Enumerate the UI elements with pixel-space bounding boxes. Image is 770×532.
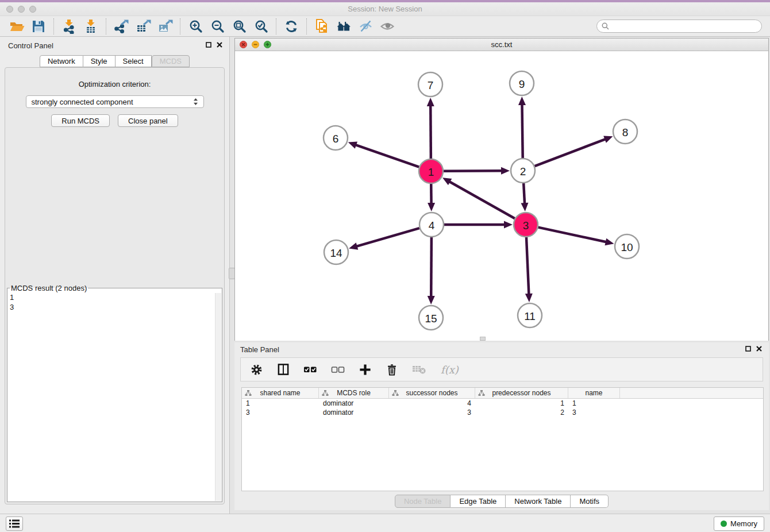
- import-network-icon[interactable]: [58, 18, 80, 35]
- float-table-panel-icon[interactable]: [745, 346, 751, 352]
- cell-successor-nodes[interactable]: 4: [389, 399, 475, 408]
- zoom-fit-icon[interactable]: [228, 18, 250, 35]
- graph-edge-1-6[interactable]: [348, 141, 419, 167]
- cell-successor-nodes[interactable]: 3: [389, 408, 475, 417]
- tab-network-table[interactable]: Network Table: [506, 495, 571, 508]
- graph-node-10[interactable]: 10: [615, 234, 639, 259]
- graph-edge-4-3[interactable]: [444, 221, 513, 229]
- tab-network[interactable]: Network: [40, 55, 83, 67]
- mcds-result-text[interactable]: 1 3: [10, 292, 214, 500]
- tab-style[interactable]: Style: [83, 55, 116, 67]
- cell-mcds-role[interactable]: dominator: [319, 399, 389, 408]
- toolbar-separator: [53, 18, 54, 34]
- cell-shared-name[interactable]: 3: [242, 408, 319, 417]
- graph-node-14[interactable]: 14: [324, 240, 348, 264]
- graph-node-8[interactable]: 8: [613, 119, 637, 144]
- close-table-panel-icon[interactable]: [756, 346, 762, 352]
- select-all-checks-icon[interactable]: [303, 363, 317, 376]
- graph-edge-3-11[interactable]: [525, 237, 533, 302]
- column-header-mcds-role[interactable]: MCDS role: [319, 388, 389, 398]
- graph-node-1[interactable]: 1: [419, 159, 443, 183]
- import-table-icon[interactable]: [80, 18, 102, 35]
- network-window-titlebar[interactable]: scc.txt: [235, 38, 768, 51]
- export-network-icon[interactable]: [110, 18, 132, 35]
- graph-edge-4-15[interactable]: [428, 237, 435, 304]
- graph-edge-1-7[interactable]: [427, 98, 434, 159]
- horizontal-splitter-handle[interactable]: [480, 337, 486, 341]
- result-scrollbar[interactable]: [215, 293, 221, 501]
- column-header-predecessor-nodes[interactable]: predecessor nodes: [475, 388, 568, 398]
- cell-name[interactable]: 3: [568, 408, 620, 417]
- app-titlebar[interactable]: Session: New Session: [0, 2, 770, 16]
- zoom-out-icon[interactable]: [206, 18, 228, 35]
- delete-column-icon[interactable]: [386, 363, 398, 376]
- export-table-icon[interactable]: [132, 18, 154, 35]
- graph-edge-1-2[interactable]: [444, 167, 510, 175]
- list-icon: [9, 519, 20, 528]
- refresh-layout-icon[interactable]: [280, 18, 302, 35]
- column-header-successor-nodes[interactable]: successor nodes: [389, 388, 475, 398]
- graph-edge-1-4[interactable]: [428, 184, 435, 211]
- zoom-in-icon[interactable]: [184, 18, 206, 35]
- function-builder-icon[interactable]: f(x): [441, 364, 459, 376]
- app-close-button[interactable]: [6, 6, 13, 13]
- toggle-panel-columns-icon[interactable]: [277, 363, 290, 376]
- search-icon: [602, 22, 609, 30]
- cell-mcds-role[interactable]: dominator: [319, 408, 389, 417]
- delete-table-icon[interactable]: [412, 364, 427, 375]
- cell-predecessor-nodes[interactable]: 1: [475, 399, 568, 408]
- table-row[interactable]: 3 dominator 3 2 3: [242, 408, 763, 417]
- network-close-button[interactable]: [240, 41, 247, 48]
- network-from-file-icon[interactable]: [311, 18, 333, 35]
- graph-edge-3-10[interactable]: [538, 228, 614, 246]
- graph-node-7[interactable]: 7: [418, 72, 442, 97]
- zoom-selected-icon[interactable]: [250, 18, 272, 35]
- graph-node-15[interactable]: 15: [419, 306, 443, 330]
- deselect-all-checks-icon[interactable]: [331, 363, 345, 376]
- close-panel-icon[interactable]: [217, 42, 222, 48]
- column-header-shared-name[interactable]: shared name: [242, 388, 319, 398]
- tab-mcds[interactable]: MCDS: [152, 55, 190, 67]
- app-minimize-button[interactable]: [18, 6, 25, 13]
- graph-edge-2-9[interactable]: [518, 97, 526, 158]
- memory-status-dot: [721, 521, 727, 527]
- network-minimize-button[interactable]: [252, 41, 259, 48]
- app-zoom-button[interactable]: [29, 6, 36, 13]
- tab-edge-table[interactable]: Edge Table: [451, 495, 506, 508]
- first-neighbors-icon[interactable]: [333, 18, 355, 35]
- criterion-select[interactable]: strongly connected component: [26, 95, 204, 108]
- graph-node-11[interactable]: 11: [518, 303, 542, 327]
- graph-edge-3-1[interactable]: [442, 178, 515, 218]
- graph-node-2[interactable]: 2: [511, 159, 535, 183]
- save-session-icon[interactable]: [28, 18, 49, 35]
- cell-name[interactable]: 1: [568, 399, 620, 408]
- table-row[interactable]: 1 dominator 4 1 1: [242, 399, 763, 408]
- graph-edge-4-14[interactable]: [349, 228, 419, 250]
- tab-select[interactable]: Select: [116, 55, 152, 67]
- run-mcds-button[interactable]: Run MCDS: [51, 114, 110, 127]
- close-panel-button[interactable]: Close panel: [118, 114, 178, 127]
- add-column-icon[interactable]: [359, 363, 372, 376]
- export-image-icon[interactable]: [154, 18, 176, 35]
- graph-node-3[interactable]: 3: [514, 213, 538, 237]
- search-input[interactable]: [612, 22, 757, 30]
- graph-node-4[interactable]: 4: [419, 213, 444, 237]
- tab-motifs[interactable]: Motifs: [571, 495, 609, 508]
- graph-edge-2-8[interactable]: [535, 136, 613, 166]
- column-header-name[interactable]: name: [568, 388, 620, 398]
- network-zoom-button[interactable]: [264, 41, 271, 48]
- memory-button[interactable]: Memory: [714, 516, 764, 531]
- graph-edge-2-3[interactable]: [521, 183, 528, 211]
- cell-predecessor-nodes[interactable]: 2: [475, 408, 568, 417]
- graph-node-9[interactable]: 9: [510, 71, 534, 95]
- float-panel-icon[interactable]: [206, 42, 211, 48]
- graph-node-6[interactable]: 6: [324, 126, 348, 150]
- hide-selected-icon[interactable]: [355, 18, 376, 35]
- open-session-icon[interactable]: [6, 18, 28, 35]
- network-canvas[interactable]: 7968124314101511: [235, 51, 768, 341]
- attribute-settings-icon[interactable]: [250, 363, 263, 376]
- tab-node-table[interactable]: Node Table: [395, 495, 451, 508]
- cell-shared-name[interactable]: 1: [242, 399, 319, 408]
- show-all-icon[interactable]: [376, 18, 398, 35]
- task-history-button[interactable]: [6, 516, 23, 531]
